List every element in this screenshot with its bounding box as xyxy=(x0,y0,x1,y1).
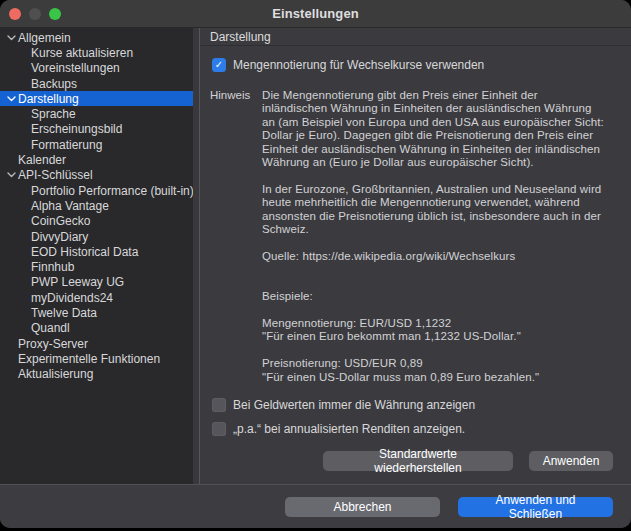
sidebar-item-kurse-aktualisieren[interactable]: Kurse aktualisieren xyxy=(0,45,193,60)
chevron-down-icon[interactable] xyxy=(5,172,17,178)
pane-header: Darstellung xyxy=(200,28,631,46)
show-currency-label: Bei Geldwerten immer die Währung anzeige… xyxy=(233,398,475,412)
apply-and-close-button[interactable]: Anwenden und Schließen xyxy=(458,497,613,517)
dialog-footer: Abbrechen Anwenden und Schließen xyxy=(0,484,631,528)
settings-tree: AllgemeinKurse aktualisierenVoreinstellu… xyxy=(0,28,193,484)
sidebar-item-alpha-vantage[interactable]: Alpha Vantage xyxy=(0,198,193,213)
sidebar-item-label: Kalender xyxy=(17,153,66,167)
show-currency-row: ✓ Bei Geldwerten immer die Währung anzei… xyxy=(210,397,613,413)
sidebar-item-label: Aktualisierung xyxy=(17,367,93,381)
hint-block: Hinweis Die Mengennotierung gibt den Pre… xyxy=(210,89,613,384)
sidebar-item-quandl[interactable]: Quandl xyxy=(0,321,193,336)
minimize-icon xyxy=(29,8,41,20)
sidebar-item-label: PWP Leeway UG xyxy=(17,275,124,289)
content-area: AllgemeinKurse aktualisierenVoreinstellu… xyxy=(0,28,631,484)
sidebar-item-label: myDividends24 xyxy=(17,291,113,305)
close-icon[interactable] xyxy=(9,8,21,20)
sidebar-item-divvydiary[interactable]: DivvyDiary xyxy=(0,229,193,244)
sidebar-item-eod-historical-data[interactable]: EOD Historical Data xyxy=(0,244,193,259)
sidebar-item-label: Darstellung xyxy=(17,92,79,106)
sidebar-item-finnhub[interactable]: Finnhub xyxy=(0,259,193,274)
sidebar-item-label: Proxy-Server xyxy=(17,337,88,351)
chevron-down-icon[interactable] xyxy=(5,96,17,102)
page-title: Darstellung xyxy=(210,30,271,44)
show-currency-checkbox[interactable]: ✓ xyxy=(212,398,226,412)
pa-suffix-checkbox[interactable]: ✓ xyxy=(212,422,226,436)
sidebar-item-label: Erscheinungsbild xyxy=(17,122,122,136)
sidebar-item-label: Backups xyxy=(17,77,77,91)
sidebar-item-label: Finnhub xyxy=(17,260,74,274)
sidebar-item-label: DivvyDiary xyxy=(17,230,88,244)
hint-text: Die Mengennotierung gibt den Preis einer… xyxy=(262,89,604,384)
sidebar-item-label: Quandl xyxy=(17,321,70,335)
sidebar-item-allgemein[interactable]: Allgemein xyxy=(0,30,193,45)
apply-button[interactable]: Anwenden xyxy=(529,451,613,471)
pane-actions: Standardwerte wiederherstellen Anwenden xyxy=(210,451,613,471)
sidebar-item-label: Allgemein xyxy=(17,31,71,45)
sidebar-item-pwp-leeway-ug[interactable]: PWP Leeway UG xyxy=(0,275,193,290)
pane-splitter[interactable] xyxy=(193,28,200,484)
zoom-icon[interactable] xyxy=(49,8,61,20)
settings-window: Einstellungen AllgemeinKurse aktualisier… xyxy=(0,0,631,528)
sidebar-item-erscheinungsbild[interactable]: Erscheinungsbild xyxy=(0,122,193,137)
sidebar-item-label: API-Schlüssel xyxy=(17,168,93,182)
sidebar-item-coingecko[interactable]: CoinGecko xyxy=(0,214,193,229)
sidebar-item-label: CoinGecko xyxy=(17,214,90,228)
sidebar-item-formatierung[interactable]: Formatierung xyxy=(0,137,193,152)
sidebar-item-experimentelle-funktionen[interactable]: Experimentelle Funktionen xyxy=(0,351,193,366)
sidebar-item-sprache[interactable]: Sprache xyxy=(0,106,193,121)
sidebar-item-voreinstellungen[interactable]: Voreinstellungen xyxy=(0,61,193,76)
hint-label: Hinweis xyxy=(210,89,262,384)
quote-notation-label: Mengennotierung für Wechselkurse verwend… xyxy=(233,58,484,72)
sidebar-item-label: Experimentelle Funktionen xyxy=(17,352,160,366)
sidebar-item-twelve-data[interactable]: Twelve Data xyxy=(0,305,193,320)
sidebar-item-darstellung[interactable]: Darstellung xyxy=(0,91,193,106)
sidebar-item-api-schlüssel[interactable]: API-Schlüssel xyxy=(0,168,193,183)
sidebar-item-aktualisierung[interactable]: Aktualisierung xyxy=(0,367,193,382)
window-title: Einstellungen xyxy=(272,6,359,21)
sidebar-item-label: Portfolio Performance (built-in) xyxy=(17,184,193,198)
sidebar-item-label: Voreinstellungen xyxy=(17,61,120,75)
sidebar-item-label: Kurse aktualisieren xyxy=(17,46,133,60)
main-pane: Darstellung ✓ Mengennotierung für Wechse… xyxy=(200,28,631,484)
sidebar-item-proxy-server[interactable]: Proxy-Server xyxy=(0,336,193,351)
pa-suffix-label: „p.a.“ bei annualisierten Renditen anzei… xyxy=(233,422,465,436)
cancel-button[interactable]: Abbrechen xyxy=(285,497,440,517)
pane-body: ✓ Mengennotierung für Wechselkurse verwe… xyxy=(200,46,631,484)
quote-notation-checkbox[interactable]: ✓ xyxy=(212,58,226,72)
sidebar-item-label: Twelve Data xyxy=(17,306,97,320)
pa-suffix-row: ✓ „p.a.“ bei annualisierten Renditen anz… xyxy=(210,421,613,437)
sidebar-item-label: EOD Historical Data xyxy=(17,245,138,259)
sidebar-item-portfolio-performance-built-in-[interactable]: Portfolio Performance (built-in) xyxy=(0,183,193,198)
sidebar-item-kalender[interactable]: Kalender xyxy=(0,152,193,167)
sidebar-item-label: Alpha Vantage xyxy=(17,199,109,213)
chevron-down-icon[interactable] xyxy=(5,35,17,41)
sidebar-item-label: Sprache xyxy=(17,107,76,121)
traffic-lights xyxy=(9,0,61,28)
sidebar-item-mydividends24[interactable]: myDividends24 xyxy=(0,290,193,305)
title-bar: Einstellungen xyxy=(0,0,631,28)
quote-notation-row: ✓ Mengennotierung für Wechselkurse verwe… xyxy=(210,57,613,73)
sidebar-item-backups[interactable]: Backups xyxy=(0,76,193,91)
sidebar-item-label: Formatierung xyxy=(17,138,102,152)
restore-defaults-button[interactable]: Standardwerte wiederherstellen xyxy=(323,451,513,471)
